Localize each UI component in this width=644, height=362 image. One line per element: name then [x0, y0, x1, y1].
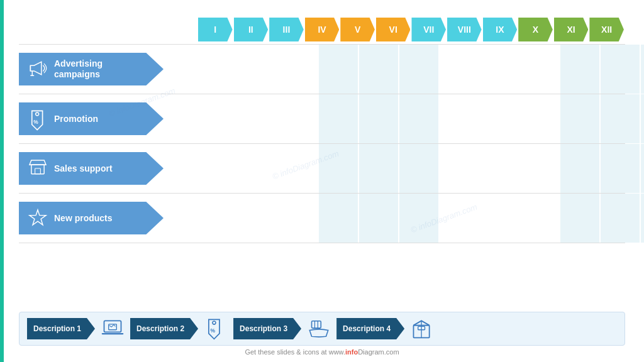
svg-rect-65	[312, 321, 321, 328]
svg-rect-33	[35, 168, 41, 174]
svg-rect-59	[109, 324, 117, 330]
cell-1-5	[399, 94, 438, 143]
legend-icon-box	[411, 317, 433, 340]
cell-3-8	[520, 194, 559, 243]
cell-2-11	[641, 144, 644, 193]
cell-2-8	[520, 144, 559, 193]
legend-bar: Description 1 Description 2 % Descriptio…	[19, 312, 625, 346]
table-row-3: New products	[19, 193, 625, 243]
row-text-0: Advertisingcampaigns	[54, 58, 103, 80]
cell-0-11	[641, 45, 644, 94]
row-icon-tag: %	[28, 109, 48, 129]
svg-line-62	[114, 325, 116, 327]
row-cells-2	[198, 144, 644, 193]
row-text-2: Sales support	[54, 163, 113, 174]
svg-text:%: %	[210, 327, 215, 334]
table-section: Advertisingcampaigns % Promotion % %	[19, 44, 625, 308]
row-cells-0	[198, 45, 644, 94]
cell-1-6: %	[440, 94, 479, 143]
cell-3-10	[601, 194, 640, 243]
cell-1-10	[601, 94, 640, 143]
legend-label-3: Description 4	[336, 318, 404, 339]
cell-0-6	[440, 45, 479, 94]
svg-point-24	[36, 112, 39, 116]
svg-line-61	[111, 325, 114, 327]
table-row-0: Advertisingcampaigns	[19, 44, 625, 94]
cell-3-3	[319, 194, 358, 243]
cell-3-1	[238, 194, 277, 243]
legend-icon-hand	[308, 317, 330, 340]
row-text-1: Promotion	[54, 114, 98, 124]
cell-0-9	[560, 45, 599, 94]
svg-rect-32	[31, 165, 44, 174]
row-icon-star	[28, 208, 48, 228]
month-header-IX: IX	[483, 18, 518, 41]
cell-0-3	[319, 45, 358, 94]
svg-text:%: %	[33, 119, 38, 125]
cell-0-2	[279, 45, 318, 94]
cell-3-9	[560, 194, 599, 243]
table-row-2: Sales support	[19, 143, 625, 193]
cell-0-4	[359, 45, 398, 94]
month-header-XI: XI	[554, 18, 589, 41]
svg-line-60	[109, 326, 112, 327]
cell-1-8	[520, 94, 559, 143]
row-cells-3	[198, 194, 644, 243]
cell-0-7	[480, 45, 519, 94]
legend-label-1: Description 2	[130, 318, 198, 339]
cell-0-10	[601, 45, 640, 94]
svg-point-63	[213, 321, 216, 324]
row-label-1: % Promotion	[19, 102, 198, 135]
month-header-I: I	[198, 18, 233, 41]
cell-3-4	[359, 194, 398, 243]
cell-2-1	[238, 144, 277, 193]
cell-2-5	[399, 144, 438, 193]
month-header-VII: VII	[411, 18, 446, 41]
legend-label-2: Description 3	[233, 318, 301, 339]
table-row-1: % Promotion % % %	[19, 94, 625, 143]
cell-2-0	[198, 144, 237, 193]
cell-2-4	[359, 144, 398, 193]
legend-item-1: Description 2 %	[130, 317, 227, 340]
content-area: IIIIIIIVVVIVIIVIIIIXXXIXII Advertisingca…	[19, 18, 625, 346]
cell-0-8	[520, 45, 559, 94]
cell-1-4	[359, 94, 398, 143]
left-border	[0, 0, 4, 362]
row-text-3: New products	[54, 213, 113, 224]
legend-item-2: Description 3	[233, 317, 330, 340]
cell-1-7	[480, 94, 519, 143]
cell-3-11	[641, 194, 644, 243]
cell-2-9	[560, 144, 599, 193]
cell-1-3	[319, 94, 358, 143]
row-icon-megaphone	[28, 59, 48, 79]
page: IIIIIIIVVVIVIIVIIIIXXXIXII Advertisingca…	[0, 0, 644, 362]
cell-3-6	[440, 194, 479, 243]
svg-rect-56	[104, 321, 121, 332]
month-header-VIII: VIII	[447, 18, 482, 41]
row-label-2: Sales support	[19, 152, 198, 185]
legend-item-0: Description 1	[27, 317, 124, 340]
month-header-II: II	[234, 18, 269, 41]
legend-label-0: Description 1	[27, 318, 95, 339]
cell-0-0	[198, 45, 237, 94]
cell-3-5	[399, 194, 438, 243]
legend-icon-laptop	[101, 317, 124, 340]
cell-2-6	[440, 144, 479, 193]
cell-2-10	[601, 144, 640, 193]
cell-0-5	[399, 45, 438, 94]
cell-0-1	[238, 45, 277, 94]
row-cells-1: % % %	[198, 94, 644, 143]
row-label-0: Advertisingcampaigns	[19, 53, 198, 85]
cell-1-1	[238, 94, 277, 143]
cell-3-0	[198, 194, 237, 243]
cell-1-0	[198, 94, 237, 143]
month-header-XII: XII	[589, 18, 624, 41]
legend-item-3: Description 4	[336, 317, 433, 340]
row-label-3: New products	[19, 202, 198, 234]
cell-2-3	[319, 144, 358, 193]
cell-3-7	[480, 194, 519, 243]
month-header-VI: VI	[376, 18, 411, 41]
cell-1-11: %	[641, 94, 644, 143]
cell-2-7	[480, 144, 519, 193]
header	[19, 11, 625, 13]
